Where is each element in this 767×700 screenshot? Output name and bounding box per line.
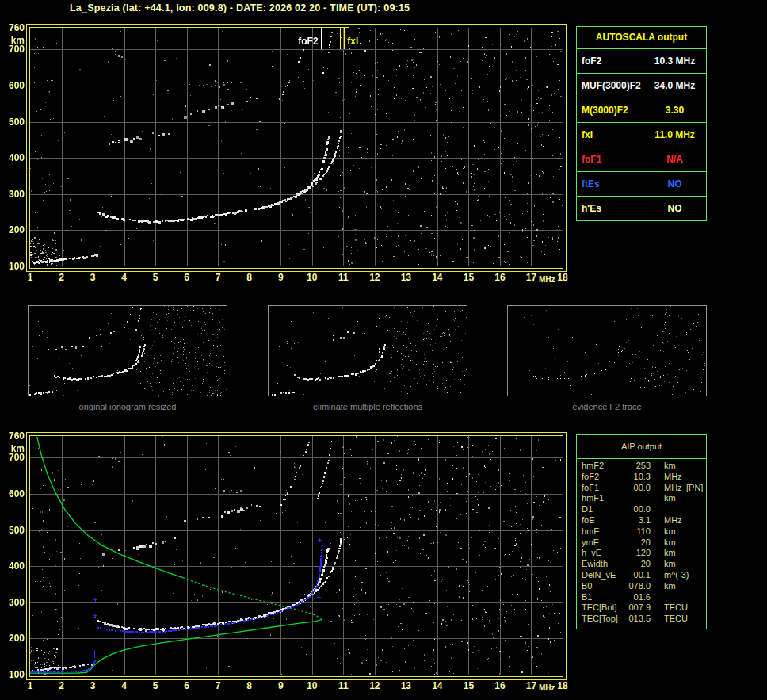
foF2-marker-label: foF2 (293, 36, 319, 47)
aip-name: hmE (582, 526, 600, 536)
aip-name: h_vE (582, 548, 601, 557)
top-ionogram-plot (26, 24, 567, 272)
x-axis-tick-8: 8 (240, 680, 259, 691)
x-axis-tick-9: 9 (271, 680, 290, 691)
aip-value: 007.9 (612, 602, 651, 612)
autoscala-row-label: MUF(3000)F2 (577, 74, 643, 98)
thumbnail-caption-evidence: evidence F2 trace (507, 402, 707, 411)
autoscala-window: La_Spezia (lat: +44.1, lon: 009.8) - DAT… (0, 0, 767, 700)
aip-value: 110 (612, 526, 651, 536)
autoscala-row-fof2: foF210.3 MHz (577, 49, 706, 74)
aip-row-hve: h_vE120km (577, 548, 706, 559)
aip-unit: TECU (664, 614, 688, 623)
aip-table-rows: hmF2253kmfoF210.3MHzfoF100.0MHz[PN]hmF1-… (577, 461, 706, 629)
aip-row-fof1: foF100.0MHz[PN] (577, 483, 706, 494)
autoscala-row-value: 10.3 MHz (643, 49, 706, 73)
x-axis-tick-12: 12 (365, 272, 384, 283)
x-axis-tick-5: 5 (146, 680, 165, 691)
y-axis-tick-400: 400 (2, 560, 25, 572)
x-axis-tick-12: 12 (365, 680, 384, 691)
autoscala-row-value: NO (643, 172, 706, 196)
x-axis-tick-10: 10 (303, 680, 322, 691)
x-axis-tick-7: 7 (208, 272, 227, 283)
aip-name: D1 (582, 504, 593, 514)
aip-name: DelN_vE (582, 570, 616, 580)
y-axis-unit-label: km (2, 35, 25, 46)
aip-unit: km (664, 581, 676, 591)
aip-name: hmF2 (582, 461, 604, 470)
aip-unit: MHz (664, 515, 682, 525)
aip-row-delnve: DelN_vE00.1m^(-3) (577, 570, 706, 581)
aip-row-hmf2: hmF2253km (577, 461, 706, 472)
aip-value: 078.0 (612, 581, 651, 591)
x-axis-tick-11: 11 (334, 680, 353, 691)
fxI-marker-label: fxI (347, 36, 358, 47)
aip-unit: km (664, 559, 676, 568)
aip-table-header: AIP output (577, 435, 706, 459)
x-axis-tick-13: 13 (396, 680, 415, 691)
thumbnail-original-canvas (29, 306, 227, 396)
aip-value: 253 (612, 461, 651, 470)
thumbnail-caption-eliminate: eliminate multiple reflections (268, 402, 467, 411)
x-axis-tick-14: 14 (428, 272, 447, 283)
aip-unit: km (664, 537, 676, 547)
aip-row-hmf1: hmF1---km (577, 493, 706, 504)
aip-name: Ewidth (582, 559, 608, 568)
bottom-ionogram-canvas (30, 436, 563, 675)
x-axis-tick-7: 7 (208, 680, 227, 691)
aip-unit: km (664, 461, 676, 470)
autoscala-row-label: ftEs (577, 172, 643, 196)
x-axis-unit-label: MHz (536, 683, 558, 692)
aip-name: foE (582, 515, 595, 525)
x-axis-tick-6: 6 (177, 680, 197, 691)
aip-value: --- (612, 493, 651, 503)
x-axis-tick-15: 15 (459, 272, 478, 283)
x-axis-tick-2: 2 (52, 272, 71, 283)
autoscala-row-ftes: ftEsNO (577, 172, 706, 197)
aip-row-b1: B101.6 (577, 592, 706, 603)
autoscala-row-muf3000f2: MUF(3000)F234.0 MHz (577, 74, 706, 98)
top-ionogram-canvas (30, 28, 563, 266)
top-border-mask (349, 27, 563, 28)
aip-value: 013.5 (612, 614, 651, 623)
y-axis-tick-760: 760 (2, 430, 25, 442)
autoscala-row-fxi: fxI11.0 MHz (577, 123, 706, 147)
x-axis-tick-16: 16 (490, 272, 509, 283)
thumbnail-eliminate-reflections (268, 305, 467, 396)
y-axis-tick-200: 200 (2, 224, 25, 235)
y-axis-tick-200: 200 (2, 633, 25, 644)
aip-row-ewidth: Ewidth20km (577, 559, 706, 570)
x-axis-tick-1: 1 (21, 680, 40, 691)
top-ionogram-plot-area (29, 27, 563, 269)
x-axis-tick-2: 2 (52, 680, 71, 691)
y-axis-tick-500: 500 (2, 117, 25, 128)
autoscala-row-value: NO (643, 197, 706, 220)
aip-unit: MHz (664, 472, 682, 481)
y-axis-tick-500: 500 (2, 525, 25, 536)
aip-value: 01.6 (612, 592, 651, 602)
x-axis-tick-6: 6 (177, 272, 197, 283)
aip-row-foe: foE3.1MHz (577, 515, 706, 526)
x-axis-tick-3: 3 (83, 272, 102, 283)
x-axis-tick-8: 8 (240, 272, 259, 283)
aip-value: 00.1 (612, 570, 651, 580)
aip-unit: MHz (664, 483, 682, 492)
x-axis-unit-label: MHz (536, 275, 558, 284)
aip-value: 10.3 (612, 472, 651, 481)
y-axis-tick-600: 600 (2, 80, 25, 91)
x-axis-tick-1: 1 (21, 272, 40, 283)
aip-name: B1 (582, 592, 592, 602)
autoscala-row-value: 34.0 MHz (643, 74, 706, 98)
aip-unit: km (664, 526, 676, 536)
x-axis-tick-14: 14 (428, 680, 447, 691)
aip-output-table: AIP output hmF2253kmfoF210.3MHzfoF100.0M… (576, 434, 707, 629)
y-axis-tick-100: 100 (2, 261, 25, 272)
y-axis-tick-300: 300 (2, 189, 25, 200)
y-axis-tick-600: 600 (2, 488, 25, 499)
aip-value: 00.0 (612, 483, 651, 492)
thumbnail-original-ionogram (28, 305, 227, 396)
aip-name: hmF1 (582, 493, 604, 503)
autoscala-row-fof1: foF1N/A (577, 147, 706, 172)
aip-value: 00.0 (612, 504, 651, 514)
aip-row-d1: D100.0 (577, 504, 706, 515)
